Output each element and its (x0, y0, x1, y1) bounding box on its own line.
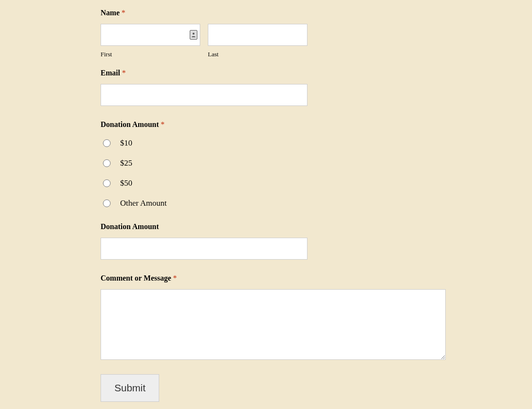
comment-label: Comment or Message * (101, 274, 446, 283)
donation-radio-10[interactable] (103, 139, 111, 147)
submit-button[interactable]: Submit (101, 374, 159, 402)
last-name-sublabel: Last (208, 51, 307, 58)
donation-radio-25[interactable] (103, 159, 111, 167)
donation-radio-item-other: Other Amount (103, 199, 446, 208)
donation-radio-other-label: Other Amount (120, 199, 167, 208)
donation-amount-text-field: Donation Amount (101, 222, 446, 260)
donation-radio-other[interactable] (103, 199, 111, 207)
donation-amount-radio-label: Donation Amount * (101, 120, 446, 129)
donation-amount-radio-field: Donation Amount * $10 $25 $50 Other Amou… (101, 120, 446, 208)
first-name-sublabel: First (101, 51, 200, 58)
donation-radio-50-label: $50 (120, 178, 133, 188)
name-label-text: Name (101, 9, 120, 17)
email-label: Email * (101, 69, 446, 77)
name-field: Name * First Last (101, 9, 446, 58)
last-name-input[interactable] (208, 24, 307, 46)
donation-amount-text-label: Donation Amount (101, 222, 446, 231)
email-required-indicator: * (122, 69, 126, 77)
donation-amount-input[interactable] (101, 238, 307, 260)
email-field: Email * (101, 69, 446, 106)
donation-radio-10-label: $10 (120, 138, 133, 148)
donation-radio-item-50: $50 (103, 178, 446, 188)
donation-form: Name * First Last (101, 9, 446, 402)
donation-radio-list: $10 $25 $50 Other Amount (101, 138, 446, 208)
name-row: First Last (101, 24, 446, 58)
donation-radio-50[interactable] (103, 179, 111, 187)
comment-field: Comment or Message * (101, 274, 446, 362)
last-name-column: Last (208, 24, 307, 58)
first-name-input-wrap (101, 24, 200, 46)
name-required-indicator: * (122, 9, 125, 17)
comment-label-text: Comment or Message (101, 274, 171, 282)
donation-radio-item-10: $10 (103, 138, 446, 148)
donation-amount-radio-required-indicator: * (161, 120, 164, 128)
comment-textarea[interactable] (101, 289, 446, 360)
first-name-column: First (101, 24, 200, 58)
name-label: Name * (101, 9, 446, 17)
email-input[interactable] (101, 84, 307, 106)
donation-amount-radio-label-text: Donation Amount (101, 120, 159, 128)
donation-radio-25-label: $25 (120, 158, 133, 168)
email-label-text: Email (101, 69, 120, 77)
donation-radio-item-25: $25 (103, 158, 446, 168)
first-name-input[interactable] (101, 24, 200, 46)
comment-required-indicator: * (173, 274, 177, 282)
